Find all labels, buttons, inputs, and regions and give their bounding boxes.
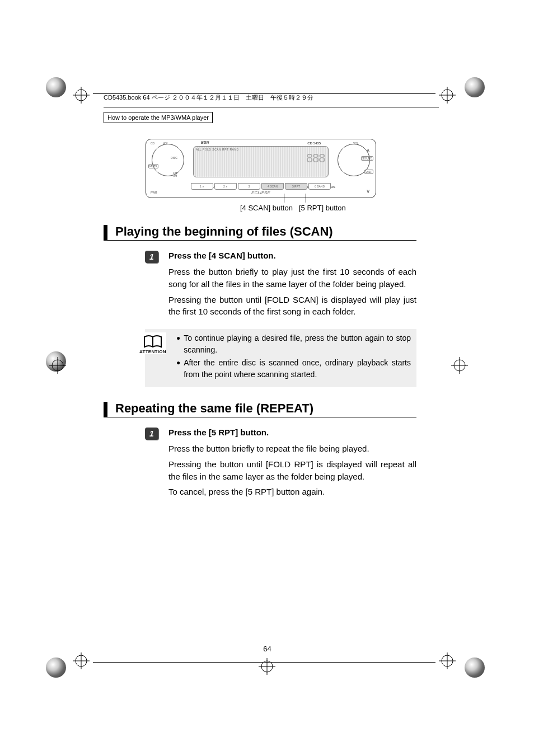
decoration-sphere [46, 77, 66, 97]
registration-mark-icon [439, 87, 456, 104]
decoration-sphere [465, 658, 485, 678]
registration-mark-icon [73, 87, 90, 104]
decoration-sphere [465, 77, 485, 97]
decoration-sphere [46, 658, 66, 678]
registration-mark-icon [49, 357, 66, 374]
registration-mark-icon [439, 652, 456, 669]
registration-mark-icon [451, 357, 468, 374]
page-number: 64 [104, 645, 431, 653]
registration-mark-icon [73, 652, 90, 669]
page-frame: 64 [104, 76, 431, 663]
